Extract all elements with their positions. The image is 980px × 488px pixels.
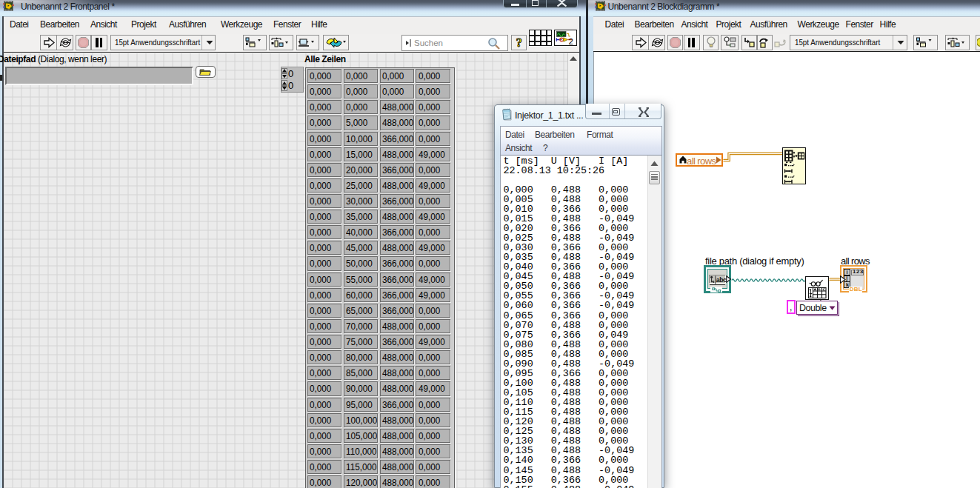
svg-text:2: 2 xyxy=(568,37,573,45)
svg-text:?: ? xyxy=(516,36,523,50)
